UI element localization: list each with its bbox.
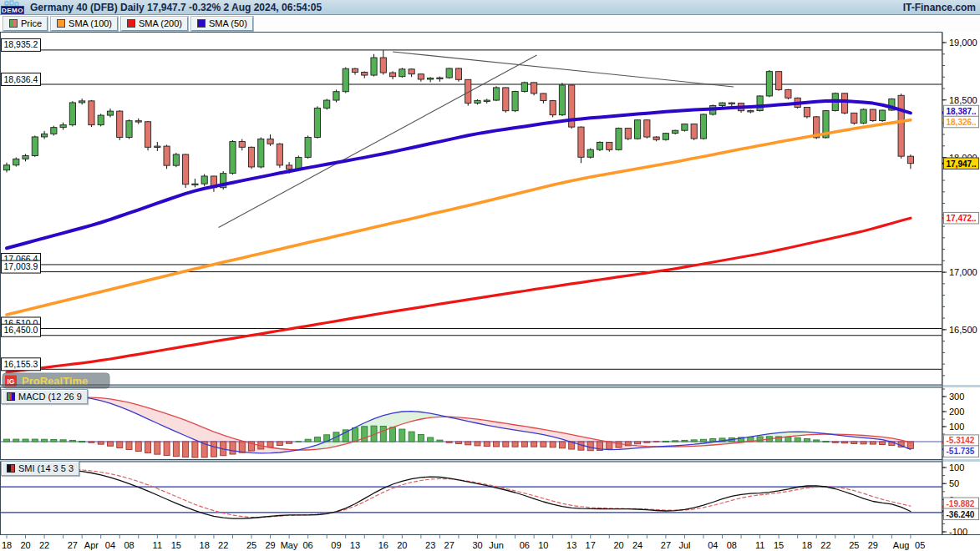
svg-text:15: 15 bbox=[774, 540, 784, 550]
svg-text:11: 11 bbox=[755, 540, 764, 550]
svg-text:27: 27 bbox=[68, 540, 78, 550]
svg-text:100: 100 bbox=[949, 422, 964, 432]
svg-text:29: 29 bbox=[868, 540, 878, 550]
svg-text:16,500: 16,500 bbox=[949, 325, 977, 335]
svg-text:19,000: 19,000 bbox=[949, 38, 977, 48]
svg-text:300: 300 bbox=[949, 392, 964, 402]
legend-sma200-button[interactable]: SMA (200) bbox=[121, 17, 188, 31]
demo-badge: DEMO bbox=[1, 6, 24, 14]
svg-text:23: 23 bbox=[425, 540, 435, 550]
prorealtime-chart-window: IGProRealTime18,935.218,636.417,066.417,… bbox=[0, 0, 980, 551]
svg-text:20: 20 bbox=[397, 540, 407, 550]
svg-text:04: 04 bbox=[105, 540, 115, 550]
sma100-icon bbox=[57, 19, 65, 28]
svg-text:25: 25 bbox=[246, 540, 256, 550]
svg-text:18,387..: 18,387.. bbox=[947, 107, 977, 116]
prorealtime-watermark: IGProRealTime bbox=[3, 373, 109, 388]
svg-text:29: 29 bbox=[265, 540, 275, 550]
svg-text:Aug: Aug bbox=[893, 540, 910, 550]
svg-text:04: 04 bbox=[708, 540, 718, 550]
svg-text:-19.882: -19.882 bbox=[947, 499, 975, 508]
legend-sma50-button[interactable]: SMA (50) bbox=[191, 17, 253, 31]
svg-text:-100: -100 bbox=[949, 527, 967, 537]
svg-text:22: 22 bbox=[820, 540, 830, 550]
svg-text:17,947..: 17,947.. bbox=[947, 159, 977, 169]
svg-text:18: 18 bbox=[2, 540, 12, 550]
svg-text:13: 13 bbox=[566, 540, 576, 550]
sma50-icon bbox=[197, 19, 206, 28]
macd-plate-label: MACD (12 26 9 bbox=[18, 392, 82, 402]
app-icon-column: DEMO bbox=[0, 0, 27, 15]
svg-text:20: 20 bbox=[613, 540, 623, 550]
svg-text:06: 06 bbox=[520, 540, 530, 550]
svg-text:16: 16 bbox=[378, 540, 388, 550]
svg-text:16,450.0: 16,450.0 bbox=[4, 325, 38, 335]
svg-text:18: 18 bbox=[802, 540, 812, 550]
svg-text:-5.3142: -5.3142 bbox=[947, 436, 975, 445]
svg-text:06: 06 bbox=[303, 540, 313, 550]
svg-text:27: 27 bbox=[661, 540, 671, 550]
svg-text:27: 27 bbox=[444, 540, 454, 550]
svg-text:17,003.9: 17,003.9 bbox=[4, 261, 38, 271]
macd-indicator-plate[interactable]: MACD (12 26 9 bbox=[1, 389, 88, 404]
svg-text:18,500: 18,500 bbox=[949, 95, 977, 105]
brand-link[interactable]: IT-Finance.com bbox=[903, 2, 980, 13]
svg-text:Apr: Apr bbox=[84, 540, 99, 550]
svg-text:11: 11 bbox=[153, 540, 162, 550]
svg-text:-36.240: -36.240 bbox=[947, 510, 975, 519]
svg-text:24: 24 bbox=[632, 540, 642, 550]
svg-text:ProRealTime: ProRealTime bbox=[22, 375, 88, 387]
svg-text:08: 08 bbox=[124, 540, 134, 550]
chart-title: Germany 40 (DFB) Daily 17,947.7 -0.32% 2… bbox=[27, 2, 322, 13]
svg-text:Jun: Jun bbox=[489, 540, 504, 550]
svg-text:May: May bbox=[281, 540, 298, 550]
svg-text:08: 08 bbox=[727, 540, 737, 550]
svg-text:-51.735: -51.735 bbox=[947, 447, 975, 456]
price-series-icon bbox=[9, 19, 18, 28]
legend-price-button[interactable]: Price bbox=[3, 17, 48, 31]
svg-text:100: 100 bbox=[949, 463, 964, 473]
svg-text:50: 50 bbox=[949, 478, 959, 488]
svg-text:18,636.4: 18,636.4 bbox=[4, 74, 38, 84]
macd-icon bbox=[7, 392, 15, 401]
svg-text:17,472..: 17,472.. bbox=[947, 214, 977, 223]
svg-text:18: 18 bbox=[200, 540, 210, 550]
smi-plate-label: SMI (14 3 5 3 bbox=[18, 463, 74, 473]
title-bar: DEMO Germany 40 (DFB) Daily 17,947.7 -0.… bbox=[0, 0, 980, 15]
svg-text:17,000: 17,000 bbox=[949, 267, 977, 277]
svg-text:IG: IG bbox=[8, 377, 15, 386]
svg-text:17: 17 bbox=[586, 540, 596, 550]
legend-price-label: Price bbox=[21, 18, 42, 28]
sma200-icon bbox=[127, 19, 135, 28]
svg-text:20: 20 bbox=[20, 540, 30, 550]
legend-sma100-button[interactable]: SMA (100) bbox=[51, 17, 118, 31]
svg-text:10: 10 bbox=[538, 540, 548, 550]
svg-text:15: 15 bbox=[171, 540, 181, 550]
svg-text:13: 13 bbox=[350, 540, 360, 550]
svg-text:25: 25 bbox=[849, 540, 859, 550]
svg-text:22: 22 bbox=[39, 540, 49, 550]
svg-text:Jul: Jul bbox=[678, 540, 690, 550]
legend-sma200-label: SMA (200) bbox=[139, 18, 182, 28]
svg-text:30: 30 bbox=[472, 540, 482, 550]
legend-sma50-label: SMA (50) bbox=[209, 18, 247, 28]
svg-text:22: 22 bbox=[218, 540, 228, 550]
smi-indicator-plate[interactable]: SMI (14 3 5 3 bbox=[1, 461, 79, 476]
legend-sma100-label: SMA (100) bbox=[69, 18, 112, 28]
svg-text:18,935.2: 18,935.2 bbox=[4, 39, 38, 49]
smi-icon bbox=[7, 464, 15, 473]
chart-canvas: IGProRealTime18,935.218,636.417,066.417,… bbox=[0, 0, 980, 551]
svg-text:05: 05 bbox=[915, 540, 925, 550]
svg-text:16,155.3: 16,155.3 bbox=[4, 359, 38, 369]
legend-bar: Price SMA (100) SMA (200) SMA (50) bbox=[0, 15, 980, 32]
svg-text:200: 200 bbox=[949, 407, 964, 417]
svg-text:09: 09 bbox=[331, 540, 341, 550]
svg-text:18,326..: 18,326.. bbox=[947, 118, 977, 127]
